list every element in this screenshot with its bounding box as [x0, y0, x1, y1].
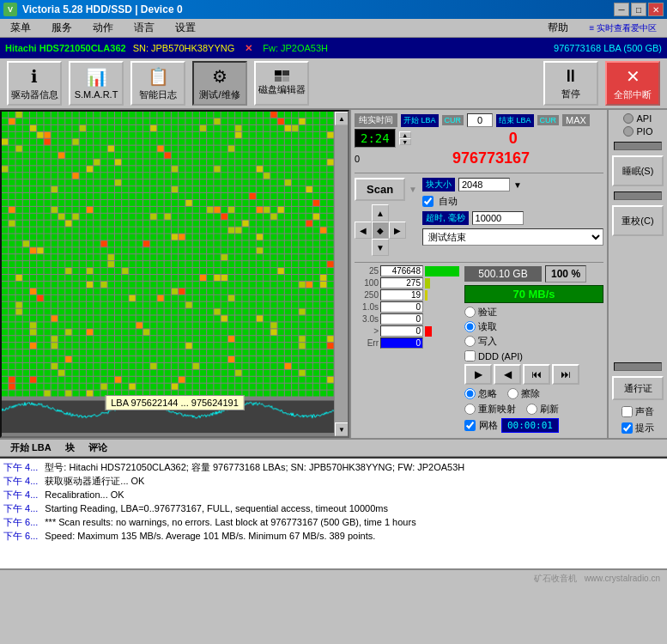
log-area[interactable]: 下午 4...型号: Hitachi HDS721050CLA362; 容量 9… [0, 457, 667, 568]
minimize-button[interactable]: ─ [614, 3, 629, 16]
back-button[interactable]: ◀ [494, 364, 521, 385]
stop-all-button[interactable]: ✕ 全部中断 [605, 61, 660, 106]
bar-3s-value: 0 [380, 313, 423, 325]
menu-item-service[interactable]: 服务 [45, 19, 79, 37]
dir-up-button[interactable]: ▲ [372, 204, 389, 222]
cur-value[interactable]: 0 [467, 113, 493, 127]
bar-gt-visual [425, 326, 432, 337]
play-button[interactable]: ▶ [464, 364, 492, 385]
dir-right-button[interactable]: ▶ [389, 222, 406, 239]
drive-model: Hitachi HDS721050CLA362 [5, 43, 126, 53]
verify-radio[interactable] [464, 307, 476, 318]
scroll-down-button[interactable]: ▼ [335, 422, 349, 436]
block-dropdown-arrow[interactable]: ▼ [513, 180, 522, 190]
sound-check-item: 声音 [622, 405, 654, 418]
cert-button[interactable]: 通行证 [612, 376, 664, 400]
start-lba-label: 开始 LBA [401, 114, 439, 127]
timeout-input[interactable] [472, 211, 524, 225]
scrollbar[interactable]: ▲ ▼ [334, 112, 348, 436]
refresh-radio[interactable] [526, 404, 537, 415]
block-size-label: 块大小 [422, 178, 455, 191]
log-time: 下午 4... [3, 488, 38, 501]
menu-item-main[interactable]: 菜单 [3, 19, 38, 37]
write-label: 写入 [478, 335, 497, 348]
log-time: 下午 4... [3, 501, 38, 515]
block-size-input[interactable] [458, 178, 510, 191]
log-entry: 下午 4...型号: Hitachi HDS721050CLA362; 容量 9… [3, 460, 664, 474]
menu-bar: 菜单 服务 动作 语言 设置 帮助 ≡ 实时查看爱中区 [0, 19, 667, 38]
bar-err-value: 0 [380, 337, 423, 349]
maximize-button[interactable]: □ [631, 3, 646, 16]
bar-err: Err 0 [355, 337, 459, 349]
block-size-row: 块大小 ▼ [422, 178, 603, 191]
pause-label: 暂停 [561, 88, 580, 100]
recalibrate-label: 重校(C) [622, 215, 653, 228]
log-text: 获取驱动器通行证... OK [45, 474, 144, 488]
erase-radio-row: 擦除 [507, 387, 540, 400]
smart-button[interactable]: 📊 S.M.A.R.T [69, 61, 124, 106]
menu-item-help[interactable]: 帮助 [541, 19, 575, 37]
intellilog-button[interactable]: 📋 智能日志 [130, 61, 185, 106]
disk-editor-icon [275, 70, 289, 82]
log-time: 下午 4... [3, 460, 38, 474]
scroll-up-button[interactable]: ▲ [335, 112, 349, 125]
log-entry: 下午 4...获取驱动器通行证... OK [3, 474, 664, 488]
auto-row: 自动 [422, 195, 603, 208]
intellilog-icon: 📋 [148, 66, 169, 87]
playback-controls: ▶ ◀ ⏮ ⏭ [464, 364, 603, 385]
test-repair-button[interactable]: ⚙ 测试/维修 [192, 61, 247, 106]
ddd-checkbox[interactable] [464, 350, 476, 361]
sound-checkbox[interactable] [622, 406, 633, 417]
write-radio-row: 写入 [464, 335, 603, 348]
read-radio[interactable] [464, 321, 476, 332]
pause-button[interactable]: ⏸ 暂停 [543, 61, 598, 106]
time-down-button[interactable]: ▼ [399, 138, 411, 145]
auto-checkbox[interactable] [422, 196, 434, 207]
app-icon: V [3, 3, 17, 16]
recalibrate-button[interactable]: 重校(C) [612, 205, 664, 236]
drive-info-button[interactable]: ℹ 驱动器信息 [7, 61, 62, 106]
test-end-dropdown[interactable]: 测试结束 [422, 228, 603, 246]
drive-lba-info: 976773168 LBA (500 GB) [554, 43, 662, 53]
app-title: Victoria 5.28 HDD/SSD | Device 0 [22, 3, 183, 15]
stop-icon: ✕ [626, 66, 640, 87]
dir-center-button[interactable]: ◆ [372, 222, 389, 239]
prev-button[interactable]: ⏮ [523, 364, 550, 385]
remap-radio-row: 重新映射 [464, 403, 516, 416]
close-button[interactable]: ✕ [648, 3, 664, 16]
grid-checkbox[interactable] [464, 420, 476, 431]
bar-250-visual [425, 290, 427, 301]
divider-bar-1 [614, 142, 662, 150]
hint-checkbox[interactable] [622, 422, 633, 434]
log-text: Recalibration... OK [45, 488, 124, 501]
drive-close-button[interactable]: ✕ [241, 43, 256, 54]
end-lba-label: 结束 LBA [496, 114, 534, 127]
title-controls: ─ □ ✕ [614, 3, 664, 16]
bar-1s-value: 0 [380, 301, 423, 313]
menu-item-realtime[interactable]: ≡ 实时查看爱中区 [582, 21, 664, 36]
test-repair-label: 测试/维修 [199, 88, 240, 101]
time-up-button[interactable]: ▲ [399, 131, 411, 138]
next-button[interactable]: ⏭ [552, 364, 579, 385]
cur-label: CUR [442, 115, 464, 125]
remap-radio[interactable] [464, 404, 476, 415]
dropdown-arrow[interactable]: ▼ [409, 185, 417, 194]
bar-3s: 3.0s 0 [355, 313, 459, 325]
menu-item-lang[interactable]: 语言 [127, 19, 161, 37]
erase-label: 擦除 [521, 387, 540, 400]
dir-left-button[interactable]: ◀ [355, 222, 372, 239]
scan-button[interactable]: Scan [355, 178, 405, 201]
ignore-radio[interactable] [464, 388, 476, 399]
sleep-button[interactable]: 睡眠(S) [612, 155, 664, 186]
disk-editor-button[interactable]: 磁盘编辑器 [254, 61, 309, 106]
write-radio[interactable] [464, 336, 476, 347]
bar-250-label: 250 [355, 290, 379, 300]
erase-radio[interactable] [507, 388, 518, 399]
dir-down-button[interactable]: ▼ [372, 239, 389, 256]
log-entry: 下午 4...Starting Reading, LBA=0..97677316… [3, 501, 664, 515]
bar-25: 25 476648 [355, 265, 459, 276]
speed-display: 70 MB/s [464, 285, 603, 303]
menu-item-action[interactable]: 动作 [86, 19, 120, 37]
remap-label: 重新映射 [478, 403, 516, 416]
menu-item-settings[interactable]: 设置 [168, 19, 203, 37]
